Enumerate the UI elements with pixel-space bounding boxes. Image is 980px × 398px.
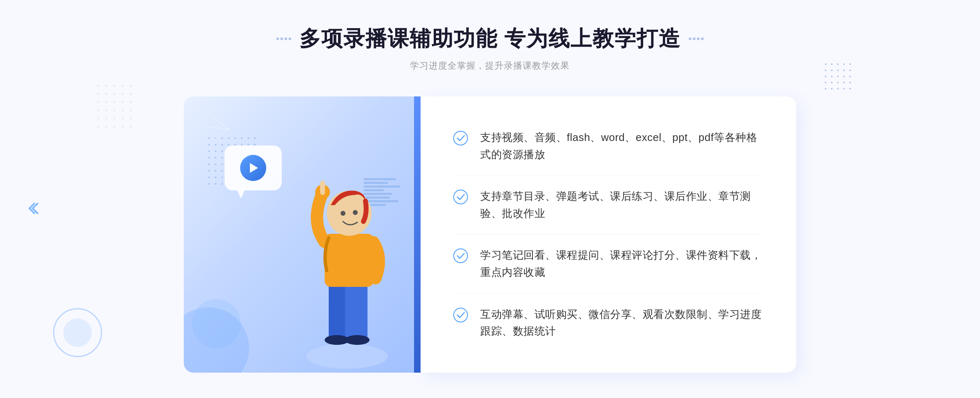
feature-item-4: 互动弹幕、试听购买、微信分享、观看次数限制、学习进度跟踪、数据统计 [453, 294, 764, 352]
svg-point-45 [454, 190, 468, 204]
header-decoration: 多项录播课辅助功能 专为线上教学打造 [276, 25, 704, 53]
svg-point-9 [129, 93, 132, 95]
features-panel: 支持视频、音频、flash、word、excel、ppt、pdf等各种格式的资源… [421, 96, 796, 373]
svg-point-21 [105, 117, 107, 120]
feature-text-4: 互动弹幕、试听购买、微信分享、观看次数限制、学习进度跟踪、数据统计 [480, 306, 764, 340]
svg-point-28 [121, 125, 124, 128]
play-icon-triangle [250, 163, 258, 173]
svg-point-22 [113, 117, 116, 120]
chevron-left-decoration [24, 200, 41, 220]
play-bubble [225, 145, 282, 190]
person-figure [290, 160, 404, 373]
svg-point-4 [129, 85, 132, 87]
sub-title: 学习进度全掌握，提升录播课教学效果 [276, 60, 704, 72]
svg-point-25 [97, 125, 99, 128]
feature-item-1: 支持视频、音频、flash、word、excel、ppt、pdf等各种格式的资源… [453, 117, 764, 176]
feature-text-1: 支持视频、音频、flash、word、excel、ppt、pdf等各种格式的资源… [480, 129, 764, 163]
svg-point-12 [113, 101, 116, 103]
svg-point-27 [113, 125, 116, 128]
decoration-dots-left [276, 38, 291, 40]
feature-text-3: 学习笔记回看、课程提问、课程评论打分、课件资料下载，重点内容收藏 [480, 247, 764, 281]
svg-point-29 [129, 125, 132, 128]
illustration-panel [184, 96, 421, 373]
decoration-dots-right [689, 38, 704, 40]
svg-point-19 [129, 109, 132, 112]
svg-point-26 [105, 125, 107, 128]
svg-point-14 [129, 101, 132, 103]
header-section: 多项录播课辅助功能 专为线上教学打造 学习进度全掌握，提升录播课教学效果 [276, 25, 704, 72]
svg-point-46 [454, 249, 468, 263]
svg-line-43 [214, 129, 229, 139]
check-icon-3 [453, 248, 468, 263]
svg-point-39 [341, 211, 345, 216]
svg-point-13 [121, 101, 124, 103]
svg-point-0 [97, 85, 99, 87]
svg-point-23 [121, 117, 124, 120]
svg-point-5 [97, 93, 99, 95]
light-rays [208, 113, 249, 145]
svg-point-3 [121, 85, 124, 87]
svg-point-20 [97, 117, 99, 120]
svg-point-18 [121, 109, 124, 112]
accent-bar [414, 96, 421, 373]
svg-point-47 [454, 308, 468, 322]
svg-point-7 [113, 93, 116, 95]
svg-rect-37 [320, 181, 325, 195]
feature-text-2: 支持章节目录、弹题考试、课后练习、课后作业、章节测验、批改作业 [480, 188, 764, 222]
svg-point-6 [105, 93, 107, 95]
svg-point-1 [105, 85, 107, 87]
svg-point-15 [97, 109, 99, 112]
svg-point-34 [345, 335, 370, 345]
svg-point-30 [306, 344, 388, 369]
svg-rect-35 [325, 234, 374, 287]
bg-dots-left: // Will be rendered in SVG [94, 82, 159, 147]
svg-point-44 [454, 131, 468, 145]
svg-point-2 [113, 85, 116, 87]
check-icon-1 [453, 131, 468, 145]
feature-item-3: 学习笔记回看、课程提问、课程评论打分、课件资料下载，重点内容收藏 [453, 235, 764, 293]
svg-point-8 [121, 93, 124, 95]
check-icon-4 [453, 308, 468, 322]
illus-circle-2 [192, 299, 241, 348]
svg-point-16 [105, 109, 107, 112]
feature-item-2: 支持章节目录、弹题考试、课后练习、课后作业、章节测验、批改作业 [453, 176, 764, 235]
svg-point-10 [97, 101, 99, 103]
check-icon-2 [453, 190, 468, 204]
svg-point-40 [353, 210, 358, 215]
content-wrapper: 支持视频、音频、flash、word、excel、ppt、pdf等各种格式的资源… [184, 96, 796, 373]
outer-circle-left-inner [63, 318, 92, 347]
svg-point-17 [113, 109, 116, 112]
svg-point-11 [105, 101, 107, 103]
play-icon-circle [240, 155, 266, 181]
svg-point-24 [129, 117, 132, 120]
outer-dots-right [825, 63, 853, 92]
main-title: 多项录播课辅助功能 专为线上教学打造 [299, 25, 681, 53]
page-container: // Will be rendered in SVG [0, 0, 980, 398]
